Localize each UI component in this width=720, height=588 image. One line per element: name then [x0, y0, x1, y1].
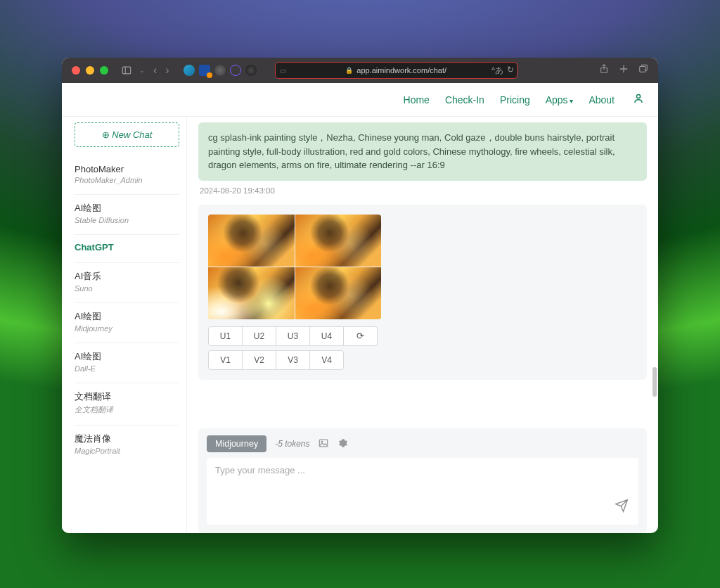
sidebar-item-chatgpt[interactable]: ChatGPT [75, 235, 179, 263]
site-settings-icon[interactable]: ▭ [280, 67, 286, 75]
u2-button[interactable]: U2 [242, 326, 276, 346]
reroll-button[interactable]: ⟳ [343, 326, 378, 346]
v3-button[interactable]: V3 [276, 350, 310, 370]
user-prompt-bubble: cg splash-ink painting style，Nezha, Chin… [198, 122, 647, 181]
reload-icon[interactable]: ↻ [507, 65, 514, 77]
v1-button[interactable]: V1 [208, 350, 243, 370]
token-cost: -5 tokens [275, 439, 309, 449]
sidebar-item-doctranslate[interactable]: 文档翻译 全文档翻译 [75, 383, 179, 426]
top-navigation: Home Check-In Pricing Apps About [62, 83, 658, 117]
sidebar-item-sub: MagicPortrait [75, 447, 179, 455]
nav-pricing[interactable]: Pricing [500, 94, 530, 106]
svg-point-6 [636, 94, 640, 98]
browser-window: ⌄ ‹ › ▭ 🔒 app.aimindwork.com/chat/ ᴬあ ↻ [62, 58, 658, 533]
titlebar-right-controls [599, 64, 648, 77]
u1-button[interactable]: U1 [208, 326, 243, 346]
back-button[interactable]: ‹ [152, 64, 158, 77]
sidebar-item-title: AI绘图 [75, 350, 179, 363]
input-placeholder: Type your message ... [215, 465, 305, 475]
scrollbar-track [652, 117, 657, 533]
sidebar-item-midjourney[interactable]: AI绘图 Midjourney [75, 303, 179, 343]
sidebar-item-sub: PhotoMaker_Admin [75, 176, 179, 184]
v2-button[interactable]: V2 [242, 350, 276, 370]
nav-home[interactable]: Home [404, 94, 430, 106]
user-account-icon[interactable] [633, 93, 644, 107]
sidebar-toggle-icon[interactable] [121, 65, 132, 76]
favorite-icon-2[interactable] [199, 65, 210, 76]
input-area: Midjourney -5 tokens Type your message .… [198, 428, 647, 533]
input-toolbar: Midjourney -5 tokens [207, 435, 638, 452]
sidebar-item-title: ChatGPT [75, 242, 179, 253]
sidebar-item-photomaker[interactable]: PhotoMaker PhotoMaker_Admin [75, 157, 179, 195]
send-button[interactable] [615, 499, 629, 516]
browser-titlebar: ⌄ ‹ › ▭ 🔒 app.aimindwork.com/chat/ ᴬあ ↻ [62, 58, 658, 83]
forward-button[interactable]: › [164, 64, 170, 77]
minimize-window-button[interactable] [86, 66, 94, 75]
mj-image-2[interactable] [295, 215, 382, 267]
svg-rect-0 [122, 67, 130, 74]
sidebar-item-dalle[interactable]: AI绘图 Dall-E [75, 343, 179, 383]
message-input[interactable]: Type your message ... [207, 458, 638, 525]
favorite-icon-5[interactable] [245, 65, 257, 76]
chat-scroll[interactable]: cg splash-ink painting style，Nezha, Chin… [187, 117, 658, 428]
svg-rect-5 [640, 67, 645, 72]
image-upload-icon[interactable] [319, 438, 328, 450]
nav-checkin[interactable]: Check-In [445, 94, 484, 106]
sidebar-item-magicportrait[interactable]: 魔法肖像 MagicPortrait [75, 426, 179, 465]
settings-icon[interactable] [338, 438, 348, 450]
tabs-overview-icon[interactable] [638, 64, 648, 77]
variation-button-row: V1 V2 V3 V4 [208, 350, 637, 370]
mj-image-4[interactable] [295, 267, 382, 319]
model-badge[interactable]: Midjourney [207, 435, 266, 452]
mj-image-3[interactable] [208, 267, 295, 319]
nav-apps-dropdown[interactable]: Apps [546, 94, 574, 106]
prompt-text: cg splash-ink painting style，Nezha, Chin… [208, 132, 615, 170]
sidebar-item-title: AI音乐 [75, 270, 179, 283]
sidebar-item-title: AI绘图 [75, 202, 179, 215]
close-window-button[interactable] [72, 66, 80, 75]
mj-image-1[interactable] [208, 215, 295, 267]
u4-button[interactable]: U4 [309, 326, 344, 346]
response-card: U1 U2 U3 U4 ⟳ V1 V2 V3 V4 [198, 205, 647, 380]
svg-rect-7 [319, 440, 327, 447]
scrollbar-thumb[interactable] [652, 367, 657, 397]
traffic-lights [72, 66, 108, 75]
translate-icon[interactable]: ᴬあ [491, 65, 503, 77]
share-icon[interactable] [599, 64, 609, 77]
svg-point-8 [321, 441, 322, 442]
main-pane: cg splash-ink painting style，Nezha, Chin… [187, 117, 658, 533]
sidebar-item-title: 文档翻译 [75, 390, 179, 403]
favorite-icon-1[interactable] [184, 65, 195, 76]
u3-button[interactable]: U3 [276, 326, 310, 346]
favorites-strip [184, 65, 257, 76]
toolbar-dropdown-icon[interactable]: ⌄ [138, 67, 146, 74]
message-timestamp: 2024-08-20 19:43:00 [200, 186, 647, 195]
sidebar-item-title: PhotoMaker [75, 164, 179, 174]
favorite-icon-4[interactable] [230, 65, 241, 76]
sidebar-item-sub: 全文档翻译 [75, 404, 179, 415]
new-tab-icon[interactable] [619, 64, 629, 77]
lock-icon: 🔒 [345, 67, 353, 74]
sidebar-item-title: AI绘图 [75, 310, 179, 323]
maximize-window-button[interactable] [100, 66, 108, 75]
midjourney-image-grid[interactable] [208, 215, 381, 319]
sidebar-item-sub: Dall-E [75, 364, 179, 373]
body-area: New Chat PhotoMaker PhotoMaker_Admin AI绘… [62, 117, 658, 533]
new-chat-button[interactable]: New Chat [75, 122, 179, 147]
sidebar-item-title: 魔法肖像 [75, 433, 179, 445]
nav-about[interactable]: About [589, 94, 615, 106]
new-chat-label: New Chat [102, 129, 153, 140]
sidebar-item-sub: Midjourney [75, 324, 179, 333]
sidebar: New Chat PhotoMaker PhotoMaker_Admin AI绘… [62, 117, 187, 533]
favorite-icon-3[interactable] [214, 65, 226, 76]
url-text: app.aimindwork.com/chat/ [356, 66, 446, 75]
v4-button[interactable]: V4 [309, 350, 344, 370]
sidebar-item-sub: Stable Diffusion [75, 216, 179, 224]
sidebar-item-sub: Suno [75, 284, 179, 293]
sidebar-item-stablediffusion[interactable]: AI绘图 Stable Diffusion [75, 195, 179, 235]
upscale-button-row: U1 U2 U3 U4 ⟳ [208, 326, 637, 346]
sidebar-item-suno[interactable]: AI音乐 Suno [75, 263, 179, 303]
titlebar-left-controls: ⌄ ‹ › [121, 64, 171, 77]
url-bar[interactable]: ▭ 🔒 app.aimindwork.com/chat/ ᴬあ ↻ [275, 62, 518, 79]
